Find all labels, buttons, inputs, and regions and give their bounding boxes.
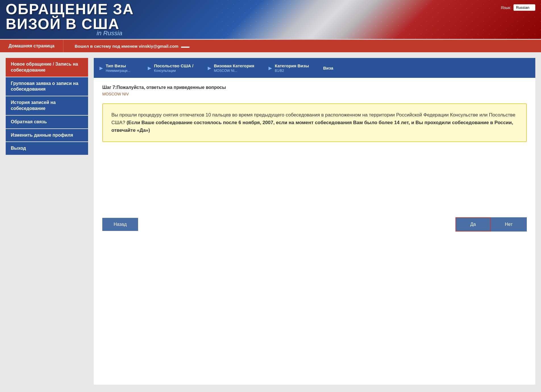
sidebar-item-history[interactable]: История записей на собеседование bbox=[6, 96, 88, 115]
step-value-1: Неиммиграци... bbox=[106, 69, 130, 73]
yes-no-buttons: Да Нет bbox=[455, 217, 527, 232]
step-visa-class: ▶ Категория Визы B1/B2 bbox=[260, 58, 315, 78]
step-visa-type: ▶ Тип Визы Неиммиграци... bbox=[94, 58, 139, 78]
logged-in-text: Вошел в систему под именем bbox=[75, 44, 138, 49]
account-badge bbox=[181, 47, 190, 48]
sidebar-item-logout[interactable]: Выход bbox=[6, 142, 88, 155]
steps-bar: ▶ Тип Визы Неиммиграци... ▶ Посольство С… bbox=[94, 58, 535, 78]
step-visa: Виза bbox=[315, 58, 360, 78]
step-title-5: Виза bbox=[323, 66, 333, 70]
step7-sublabel: MOSCOW NIV bbox=[102, 92, 527, 96]
step-value-4: B1/B2 bbox=[275, 69, 309, 73]
header-title: ОБРАЩЕНИЕ ЗА ВИЗОЙ В США bbox=[6, 2, 541, 31]
step-visa-category: ▶ Визовая Категория MOSCOW NI... bbox=[199, 58, 260, 78]
header: ОБРАЩЕНИЕ ЗА ВИЗОЙ В США in Russia Язык:… bbox=[0, 0, 541, 40]
main-container: Новое обращение / Запись на собеседовани… bbox=[0, 52, 541, 390]
sidebar-item-new-application[interactable]: Новое обращение / Запись на собеседовани… bbox=[6, 58, 88, 77]
step-embassy: ▶ Посольство США / Консультации bbox=[139, 58, 199, 78]
language-selector[interactable]: Язык: Russian English bbox=[501, 4, 535, 11]
content-area: ▶ Тип Визы Неиммиграци... ▶ Посольство С… bbox=[94, 58, 535, 385]
step-arrow-2: ▶ bbox=[148, 65, 151, 71]
language-label: Язык: bbox=[501, 5, 511, 10]
info-box: Вы прошли процедуру снятия отпечатков 10… bbox=[102, 103, 527, 142]
step-title-3: Визовая Категория bbox=[214, 63, 254, 68]
sidebar: Новое обращение / Запись на собеседовани… bbox=[6, 58, 88, 385]
bottom-buttons: Назад Да Нет bbox=[94, 206, 535, 243]
step-value-2: Консультации bbox=[154, 69, 193, 73]
step-title-1: Тип Визы bbox=[106, 63, 130, 68]
step7-label: Шаг 7:Пожалуйста, ответьте на приведенны… bbox=[102, 85, 527, 90]
step-title-2: Посольство США / bbox=[154, 63, 193, 68]
home-link[interactable]: Домашняя страница bbox=[0, 40, 63, 52]
step-arrow-4: ▶ bbox=[269, 65, 272, 71]
yes-button[interactable]: Да bbox=[455, 217, 491, 232]
step-arrow-3: ▶ bbox=[208, 65, 211, 71]
no-button[interactable]: Нет bbox=[491, 217, 527, 232]
sidebar-item-feedback[interactable]: Обратная связь bbox=[6, 116, 88, 128]
step-arrow-1: ▶ bbox=[99, 65, 103, 71]
language-dropdown[interactable]: Russian English bbox=[513, 4, 535, 11]
info-text-bold: (Если Ваше собеседование состоялось посл… bbox=[111, 120, 513, 133]
username-display: vinskiy@gmail.com bbox=[139, 44, 178, 49]
header-subtitle: in Russia bbox=[97, 30, 122, 37]
user-info: Вошел в систему под именем vinskiy@gmail… bbox=[63, 44, 190, 49]
sidebar-item-profile[interactable]: Изменить данные профиля bbox=[6, 129, 88, 142]
back-button[interactable]: Назад bbox=[102, 218, 138, 231]
step-title-4: Категория Визы bbox=[275, 63, 309, 68]
navbar: Домашняя страница Вошел в систему под им… bbox=[0, 40, 541, 52]
step-value-3: MOSCOW NI... bbox=[214, 69, 254, 73]
sidebar-item-group-application[interactable]: Групповая заявка о записи на собеседован… bbox=[6, 77, 88, 96]
step7-area: Шаг 7:Пожалуйста, ответьте на приведенны… bbox=[94, 78, 535, 149]
